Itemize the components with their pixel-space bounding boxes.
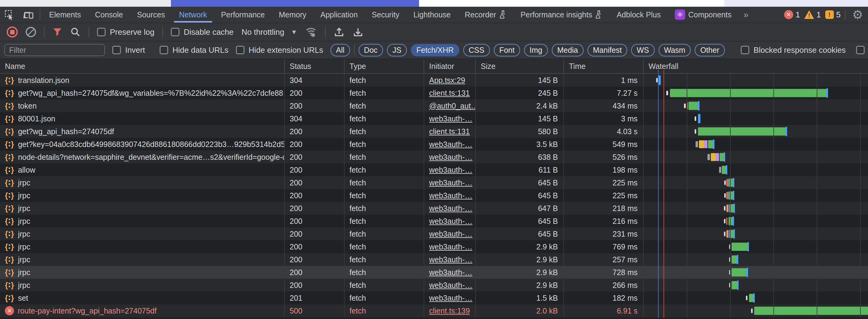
disable-cache-checkbox[interactable]: Disable cache bbox=[171, 27, 234, 37]
filter-pill-font[interactable]: Font bbox=[494, 44, 520, 56]
initiator-link[interactable]: web3auth-… bbox=[429, 153, 472, 162]
column-header-time[interactable]: Time bbox=[564, 59, 644, 73]
table-row[interactable]: {∶}jrpc200fetchweb3auth-…645 B225 ms bbox=[0, 189, 868, 202]
tab-elements[interactable]: Elements bbox=[42, 7, 88, 23]
tab-lighthouse[interactable]: Lighthouse bbox=[406, 7, 458, 23]
tab-performance-insights[interactable]: Performance insights bbox=[514, 7, 610, 23]
badge-issue[interactable]: !5 bbox=[825, 10, 840, 20]
table-row[interactable]: {∶}token200fetch@auth0_aut…2.4 kB434 ms bbox=[0, 99, 868, 112]
checkbox-blocked-response-cookies[interactable]: Blocked response cookies bbox=[741, 45, 846, 55]
table-row[interactable]: {∶}get?wg_api_hash=274075df200fetchclien… bbox=[0, 125, 868, 138]
initiator-link[interactable]: web3auth-… bbox=[429, 191, 472, 200]
column-header-waterfall[interactable]: Waterfall bbox=[644, 59, 868, 73]
tab-performance[interactable]: Performance bbox=[214, 7, 272, 23]
tab-console[interactable]: Console bbox=[88, 7, 130, 23]
preserve-log-checkbox[interactable]: Preserve log bbox=[97, 27, 154, 37]
tab-adblock-plus[interactable]: Adblock Plus bbox=[610, 7, 668, 23]
clear-button[interactable] bbox=[26, 27, 36, 37]
filter-pill-wasm[interactable]: Wasm bbox=[659, 44, 691, 56]
settings-button[interactable]: ⚙ bbox=[847, 7, 868, 23]
table-row[interactable]: {∶}node-details?network=sapphire_devnet&… bbox=[0, 151, 868, 163]
table-row[interactable]: {∶}jrpc200fetchweb3auth-…645 B216 ms bbox=[0, 215, 868, 227]
table-row[interactable]: {∶}jrpc200fetchweb3auth-…2.9 kB257 ms bbox=[0, 253, 868, 266]
badge-count: 1 bbox=[796, 10, 800, 20]
initiator-link[interactable]: client.ts:131 bbox=[429, 89, 470, 98]
tab-label: Lighthouse bbox=[413, 10, 451, 19]
dcl-line bbox=[658, 74, 659, 318]
initiator-link[interactable]: web3auth-… bbox=[429, 204, 472, 213]
tab-recorder[interactable]: Recorder bbox=[458, 7, 514, 23]
table-row[interactable]: {∶}jrpc200fetchweb3auth-…2.9 kB769 ms bbox=[0, 240, 868, 253]
filter-pill-js[interactable]: JS bbox=[387, 44, 407, 56]
table-row[interactable]: {∶}translation.json304fetchApp.tsx:29145… bbox=[0, 74, 868, 87]
checkbox-icon bbox=[112, 46, 121, 54]
table-row[interactable]: {∶}set201fetchweb3auth-…1.5 kB182 ms bbox=[0, 292, 868, 305]
search-button[interactable] bbox=[70, 27, 81, 37]
filter-input[interactable] bbox=[4, 44, 105, 56]
initiator-link[interactable]: client.ts:131 bbox=[429, 127, 470, 136]
initiator-link[interactable]: web3auth-… bbox=[429, 281, 472, 290]
status-cell: 200 bbox=[285, 266, 345, 279]
initiator-link[interactable]: web3auth-… bbox=[429, 179, 472, 187]
table-row[interactable]: ✕route-pay-intent?wg_api_hash=274075df50… bbox=[0, 305, 868, 317]
tab-security[interactable]: Security bbox=[365, 7, 406, 23]
network-conditions-button[interactable] bbox=[305, 26, 317, 38]
table-row[interactable]: {∶}get?wg_api_hash=274075df&wg_variables… bbox=[0, 87, 868, 99]
table-row[interactable]: {∶}get?key=04a0c83cdb64998683907426d8861… bbox=[0, 138, 868, 151]
initiator-link[interactable]: @auth0_aut… bbox=[429, 101, 476, 110]
badge-error[interactable]: ✕1 bbox=[784, 10, 800, 20]
table-row[interactable]: {∶}jrpc200fetchweb3auth-…2.9 kB728 ms bbox=[0, 266, 868, 279]
inspect-element-button[interactable] bbox=[0, 7, 19, 23]
initiator-link[interactable]: web3auth-… bbox=[429, 268, 472, 277]
column-header-status[interactable]: Status bbox=[285, 59, 345, 73]
filter-pill-doc[interactable]: Doc bbox=[359, 44, 383, 56]
column-header-initiator[interactable]: Initiator bbox=[424, 59, 476, 73]
table-row[interactable]: {∶}allow200fetchweb3auth-…611 B198 ms bbox=[0, 163, 868, 176]
tab-memory[interactable]: Memory bbox=[272, 7, 313, 23]
filter-pill-fetch-xhr[interactable]: Fetch/XHR bbox=[411, 44, 459, 56]
filter-toggle-button[interactable] bbox=[53, 27, 62, 37]
table-row[interactable]: {∶}80001.json304fetchweb3auth-…145 B3 ms bbox=[0, 112, 868, 125]
tab-network[interactable]: Network bbox=[172, 7, 214, 23]
column-header-size[interactable]: Size bbox=[476, 59, 564, 73]
hide-data-urls-checkbox[interactable]: Hide data URLs bbox=[160, 45, 228, 55]
column-header-type[interactable]: Type bbox=[345, 59, 424, 73]
filter-pill-manifest[interactable]: Manifest bbox=[588, 44, 627, 56]
column-header-name[interactable]: Name bbox=[0, 59, 285, 73]
badge-warning[interactable]: !1 bbox=[804, 10, 821, 20]
table-row[interactable]: {∶}jrpc200fetchweb3auth-…647 B218 ms bbox=[0, 202, 868, 215]
initiator-link[interactable]: App.tsx:29 bbox=[429, 76, 465, 85]
record-button[interactable] bbox=[7, 27, 18, 37]
filter-pill-ws[interactable]: WS bbox=[631, 44, 654, 56]
initiator-link[interactable]: web3auth-… bbox=[429, 255, 472, 264]
initiator-link[interactable]: client.ts:139 bbox=[429, 307, 470, 315]
initiator-link[interactable]: web3auth-… bbox=[429, 243, 472, 251]
throttling-select[interactable]: No throttling ▼ bbox=[241, 27, 297, 37]
filter-pill-media[interactable]: Media bbox=[552, 44, 584, 56]
initiator-link[interactable]: web3auth-… bbox=[429, 294, 472, 302]
tab-components[interactable]: ⚛Components bbox=[668, 7, 739, 23]
flask-icon bbox=[499, 10, 507, 19]
hide-extension-urls-checkbox[interactable]: Hide extension URLs bbox=[236, 45, 323, 55]
more-tabs-button[interactable]: » bbox=[739, 7, 753, 23]
filter-pill-all[interactable]: All bbox=[331, 44, 350, 56]
invert-checkbox[interactable]: Invert bbox=[112, 45, 145, 55]
table-row[interactable]: {∶}jrpc200fetchweb3auth-…2.9 kB266 ms bbox=[0, 279, 868, 292]
checkbox-blocked-requests[interactable]: Blocked requests bbox=[856, 45, 868, 55]
tab-application[interactable]: Application bbox=[313, 7, 365, 23]
filter-pill-other[interactable]: Other bbox=[695, 44, 725, 56]
initiator-link[interactable]: web3auth-… bbox=[429, 217, 472, 226]
table-row[interactable]: {∶}jrpc200fetchweb3auth-…645 B231 ms bbox=[0, 227, 868, 240]
initiator-link[interactable]: web3auth-… bbox=[429, 166, 472, 174]
initiator-link[interactable]: web3auth-… bbox=[429, 140, 472, 149]
json-file-icon: {∶} bbox=[5, 229, 14, 239]
table-row[interactable]: {∶}jrpc200fetchweb3auth-…645 B225 ms bbox=[0, 176, 868, 189]
export-har-button[interactable] bbox=[352, 27, 364, 37]
initiator-link[interactable]: web3auth-… bbox=[429, 115, 472, 123]
filter-pill-css[interactable]: CSS bbox=[463, 44, 490, 56]
initiator-link[interactable]: web3auth-… bbox=[429, 230, 472, 238]
tab-sources[interactable]: Sources bbox=[130, 7, 172, 23]
device-toolbar-button[interactable] bbox=[19, 7, 38, 23]
import-har-button[interactable] bbox=[334, 27, 345, 37]
filter-pill-img[interactable]: Img bbox=[524, 44, 548, 56]
